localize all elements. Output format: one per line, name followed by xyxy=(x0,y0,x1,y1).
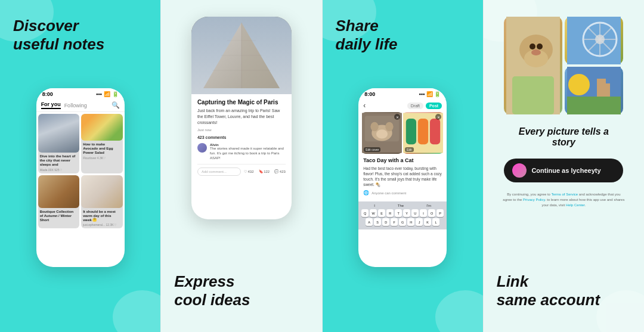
phone3-header: ‹ Draft Post xyxy=(358,99,447,112)
article-title: Capturing the Magic of Paris xyxy=(197,99,286,106)
svg-point-12 xyxy=(376,129,388,138)
key-q[interactable]: Q xyxy=(361,209,369,217)
panel2-headline: Express cool ideas xyxy=(174,272,308,309)
post-image-1: Edit cover ✕ xyxy=(362,112,402,154)
key-l[interactable]: L xyxy=(432,218,439,226)
comments-count: 423 comments xyxy=(197,135,286,139)
list-item: Boutique Collection of Autumn / Winter S… xyxy=(38,175,80,229)
article-timestamp: Just now xyxy=(197,128,286,132)
back-arrow-icon[interactable]: ‹ xyxy=(363,101,366,110)
panel4-story-headline: Every picture tells a story xyxy=(519,126,609,148)
phone-mockup-1: 8:00 ▪▪▪ 📶 🔋 For you Following 🔍 Dive in… xyxy=(36,88,125,267)
card-caption: Boutique Collection of Autumn / Winter S… xyxy=(38,208,80,224)
key-h[interactable]: H xyxy=(407,218,414,226)
continue-button[interactable]: Continue as lycheeyty xyxy=(504,159,623,182)
edit-cover-label[interactable]: Edit cover xyxy=(364,147,380,152)
key-s[interactable]: S xyxy=(374,218,381,226)
blob-decoration xyxy=(435,290,483,332)
phone2-hero-image xyxy=(191,17,292,94)
avatar xyxy=(197,143,207,153)
svg-rect-32 xyxy=(567,97,621,114)
phone-mockup-3: 8:00 ▪▪▪ 📶 🔋 ‹ Draft Post xyxy=(358,88,447,267)
key-u[interactable]: U xyxy=(411,209,419,217)
svg-rect-23 xyxy=(512,76,554,114)
card-image-boot xyxy=(38,175,80,208)
terms-link[interactable]: Terms of Service xyxy=(551,193,578,196)
comment-input[interactable]: Add comment... xyxy=(197,167,241,176)
edit-label[interactable]: Edit xyxy=(405,147,414,152)
remove-image-2-button[interactable]: ✕ xyxy=(435,114,441,120)
p4-image-grid xyxy=(504,17,623,114)
draft-button[interactable]: Draft xyxy=(407,103,423,109)
post-image-2: Edit ✕ xyxy=(403,112,443,154)
svg-point-10 xyxy=(370,122,378,131)
card-meta: Wade.00X 925♡ xyxy=(38,168,80,173)
privacy-link[interactable]: Privacy Policy xyxy=(523,198,545,201)
help-link[interactable]: Help Center xyxy=(566,203,585,207)
key-k[interactable]: K xyxy=(424,218,431,226)
key-y[interactable]: Y xyxy=(403,209,410,217)
post-text: Had the best taco ever today, bursting w… xyxy=(363,166,442,187)
panel-express: Capturing the Magic of Paris Just back f… xyxy=(161,0,321,332)
svg-rect-16 xyxy=(430,119,440,144)
svg-rect-35 xyxy=(603,83,610,97)
fine-print: By continuing, you agree to Terms of Ser… xyxy=(491,192,637,208)
landscape-svg xyxy=(565,67,623,114)
panel-share: Share daily life 8:00 ▪▪▪ 📶 🔋 ‹ Draft Po… xyxy=(323,0,483,332)
search-icon[interactable]: 🔍 xyxy=(112,101,120,109)
post-title: Taco Day with a Cat xyxy=(363,157,442,163)
card-meta: just.ephemeral... 12.3K♡ xyxy=(81,223,123,228)
article-text: Just back from an amazing trip to Paris!… xyxy=(197,108,286,125)
svg-point-20 xyxy=(530,44,535,49)
key-p[interactable]: P xyxy=(436,209,444,217)
key-j[interactable]: J xyxy=(416,218,423,226)
card-image-salad xyxy=(81,114,123,141)
key-i[interactable]: I xyxy=(420,209,427,217)
list-item: It should be a most warm day of this wee… xyxy=(81,175,123,229)
post-button[interactable]: Post xyxy=(426,103,442,109)
key-g[interactable]: G xyxy=(399,218,406,226)
key-t[interactable]: T xyxy=(395,209,402,217)
bookmark-action[interactable]: 🔖 122 xyxy=(259,169,270,173)
phone1-grid: Dive into the heart of the city that nev… xyxy=(36,112,125,230)
anyone-comment-setting[interactable]: 🌐 Anyone can comment xyxy=(363,190,442,196)
list-item: How to make Avocado and Egg Power Salad … xyxy=(81,114,123,173)
card-caption: How to make Avocado and Egg Power Salad xyxy=(81,141,123,156)
phone3-images: Edit cover ✕ Edit ✕ xyxy=(358,112,447,154)
key-w[interactable]: W xyxy=(370,209,377,217)
key-o[interactable]: O xyxy=(428,209,435,217)
article-actions: ♡ 432 🔖 122 💬 423 xyxy=(244,169,286,173)
svg-point-22 xyxy=(531,49,541,55)
hero-svg xyxy=(191,17,292,94)
like-action[interactable]: ♡ 432 xyxy=(244,169,254,173)
card-image-room xyxy=(81,175,123,208)
card-caption: It should be a most warm day of this wee… xyxy=(81,208,123,224)
ferris-svg xyxy=(565,17,623,64)
key-e[interactable]: E xyxy=(378,209,385,217)
comment-text: The stories shared made it super relatab… xyxy=(210,147,286,160)
panel-link: Every picture tells a story Continue as … xyxy=(484,0,644,332)
remove-image-button[interactable]: ✕ xyxy=(394,114,400,120)
status-icons-3: ▪▪▪ 📶 🔋 xyxy=(419,91,441,97)
panel1-headline: Discover useful notes xyxy=(13,17,104,54)
keyboard: I The I'm Q W E R T Y U I O P A S D F xyxy=(358,201,447,229)
status-bar-1: 8:00 ▪▪▪ 📶 🔋 xyxy=(36,88,125,99)
following-tab[interactable]: Following xyxy=(64,103,87,108)
svg-rect-15 xyxy=(418,119,428,144)
list-item: Dive into the heart of the city that nev… xyxy=(38,114,80,173)
dog-svg xyxy=(504,17,562,114)
key-r[interactable]: R xyxy=(386,209,394,217)
svg-point-33 xyxy=(568,74,590,95)
status-icons-1: ▪▪▪ 📶 🔋 xyxy=(96,91,119,97)
phone1-nav: For you Following 🔍 xyxy=(36,99,125,112)
globe-icon: 🌐 xyxy=(363,190,369,196)
comment-item: Alvin The stories shared made it super r… xyxy=(197,143,286,160)
svg-rect-14 xyxy=(406,119,416,144)
key-d[interactable]: D xyxy=(382,218,389,226)
key-f[interactable]: F xyxy=(391,218,398,226)
keyboard-row-2: A S D F G H J K L xyxy=(360,218,445,226)
for-you-tab[interactable]: For you xyxy=(41,101,61,109)
blob-decoration xyxy=(113,290,160,332)
key-a[interactable]: A xyxy=(366,218,373,226)
comment-action[interactable]: 💬 423 xyxy=(274,169,286,173)
